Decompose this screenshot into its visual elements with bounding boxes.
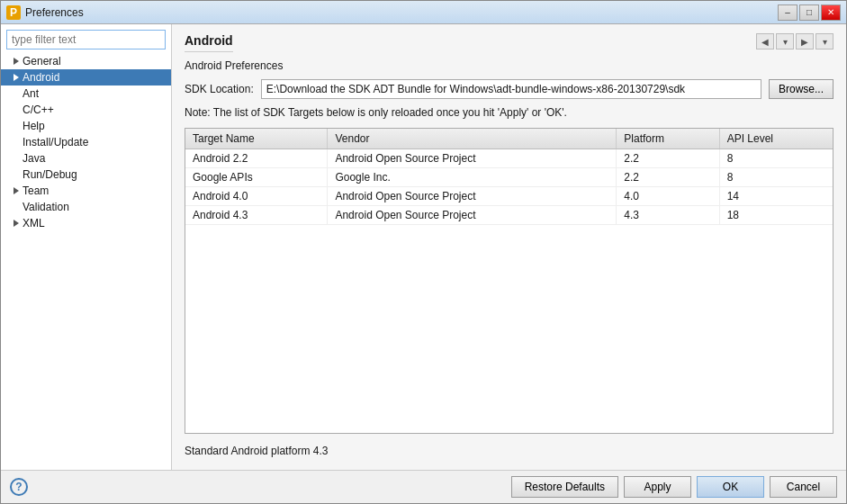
sidebar-item-label: Team bbox=[23, 184, 49, 197]
col-platform: Platform bbox=[617, 129, 719, 149]
arrow-icon bbox=[14, 187, 19, 194]
sidebar-item-label: Ant bbox=[23, 87, 39, 100]
bottom-bar: ? Restore Defaults Apply OK Cancel bbox=[1, 470, 846, 503]
window-title: Preferences bbox=[25, 6, 773, 19]
table-row[interactable]: Android 4.0Android Open Source Project4.… bbox=[185, 187, 833, 206]
cell-vendor: Android Open Source Project bbox=[328, 206, 617, 225]
table-row[interactable]: Google APIsGoogle Inc.2.28 bbox=[185, 168, 833, 187]
cell-name: Android 4.3 bbox=[185, 206, 328, 225]
maximize-button[interactable]: □ bbox=[799, 4, 819, 21]
nav-arrows: ◀ ▾ ▶ ▾ bbox=[756, 33, 833, 50]
apply-button[interactable]: Apply bbox=[624, 476, 691, 498]
cell-platform: 2.2 bbox=[617, 149, 719, 168]
note-text: Note: The list of SDK Targets below is o… bbox=[185, 106, 833, 119]
cell-api: 18 bbox=[719, 206, 833, 225]
panel-top: Android ◀ ▾ ▶ ▾ bbox=[185, 33, 833, 59]
sidebar-item-java[interactable]: Java bbox=[1, 150, 171, 166]
sidebar-item-ant[interactable]: Ant bbox=[1, 86, 171, 102]
sidebar-item-label: Help bbox=[23, 120, 45, 132]
sidebar-item-install-update[interactable]: Install/Update bbox=[1, 134, 171, 150]
cell-platform: 2.2 bbox=[617, 168, 719, 187]
section-label: Android Preferences bbox=[185, 59, 833, 72]
targets-table-container: Target Name Vendor Platform API Level An… bbox=[185, 128, 833, 434]
col-api-level: API Level bbox=[719, 129, 833, 149]
sidebar: General Android Ant C/C++ Help Install/U… bbox=[1, 24, 172, 470]
titlebar-buttons: – □ ✕ bbox=[778, 4, 841, 21]
cell-name: Google APIs bbox=[185, 168, 328, 187]
cell-api: 8 bbox=[719, 149, 833, 168]
sdk-location-row: SDK Location: Browse... bbox=[185, 79, 833, 99]
table-row[interactable]: Android 2.2Android Open Source Project2.… bbox=[185, 149, 833, 168]
ok-button[interactable]: OK bbox=[697, 476, 764, 498]
sidebar-item-label: Android bbox=[23, 71, 59, 84]
sidebar-item-xml[interactable]: XML bbox=[1, 215, 171, 231]
cell-vendor: Android Open Source Project bbox=[328, 149, 617, 168]
close-button[interactable]: ✕ bbox=[821, 4, 841, 21]
status-text: Standard Android platform 4.3 bbox=[185, 441, 833, 461]
restore-defaults-button[interactable]: Restore Defaults bbox=[511, 476, 618, 498]
cell-name: Android 2.2 bbox=[185, 149, 328, 168]
sidebar-item-help[interactable]: Help bbox=[1, 118, 171, 134]
cell-api: 14 bbox=[719, 187, 833, 206]
table-row[interactable]: Android 4.3Android Open Source Project4.… bbox=[185, 206, 833, 225]
sidebar-item-run-debug[interactable]: Run/Debug bbox=[1, 166, 171, 183]
sidebar-item-label: Validation bbox=[23, 201, 69, 213]
cell-platform: 4.3 bbox=[617, 206, 719, 225]
cell-vendor: Google Inc. bbox=[328, 168, 617, 187]
sidebar-item-android[interactable]: Android bbox=[1, 69, 171, 86]
sidebar-item-label: General bbox=[23, 55, 61, 68]
dropdown-button2[interactable]: ▾ bbox=[815, 33, 833, 50]
cell-api: 8 bbox=[719, 168, 833, 187]
sdk-path-input[interactable] bbox=[261, 79, 761, 99]
help-button[interactable]: ? bbox=[10, 478, 28, 496]
targets-table: Target Name Vendor Platform API Level An… bbox=[185, 129, 833, 225]
sdk-label: SDK Location: bbox=[185, 83, 254, 95]
minimize-button[interactable]: – bbox=[778, 4, 797, 21]
cell-platform: 4.0 bbox=[617, 187, 719, 206]
dropdown-button[interactable]: ▾ bbox=[776, 33, 794, 50]
arrow-icon bbox=[14, 74, 19, 81]
main-content: General Android Ant C/C++ Help Install/U… bbox=[1, 24, 846, 470]
sidebar-item-label: C/C++ bbox=[23, 104, 54, 116]
sidebar-item-general[interactable]: General bbox=[1, 53, 171, 69]
titlebar: P Preferences – □ ✕ bbox=[1, 1, 846, 24]
preferences-window: P Preferences – □ ✕ General Android Ant bbox=[0, 0, 847, 504]
filter-input[interactable] bbox=[6, 30, 166, 50]
sidebar-item-label: Run/Debug bbox=[23, 168, 77, 181]
sidebar-item-label: Java bbox=[23, 152, 45, 165]
panel-title: Android bbox=[185, 33, 233, 52]
sidebar-item-label: Install/Update bbox=[23, 136, 88, 148]
cell-vendor: Android Open Source Project bbox=[328, 187, 617, 206]
window-icon: P bbox=[6, 5, 21, 20]
col-vendor: Vendor bbox=[328, 129, 617, 149]
forward-button[interactable]: ▶ bbox=[796, 33, 814, 50]
arrow-icon bbox=[14, 58, 19, 65]
browse-button[interactable]: Browse... bbox=[769, 79, 833, 99]
sidebar-item-team[interactable]: Team bbox=[1, 183, 171, 199]
sidebar-item-validation[interactable]: Validation bbox=[1, 199, 171, 215]
arrow-icon bbox=[14, 220, 19, 227]
back-button[interactable]: ◀ bbox=[756, 33, 774, 50]
content-panel: Android ◀ ▾ ▶ ▾ Android Preferences SDK … bbox=[172, 24, 846, 470]
cell-name: Android 4.0 bbox=[185, 187, 328, 206]
cancel-button[interactable]: Cancel bbox=[770, 476, 837, 498]
table-header-row: Target Name Vendor Platform API Level bbox=[185, 129, 833, 149]
col-target-name: Target Name bbox=[185, 129, 328, 149]
sidebar-item-label: XML bbox=[23, 217, 45, 230]
help-icon-container: ? bbox=[10, 478, 506, 496]
sidebar-item-cpp[interactable]: C/C++ bbox=[1, 102, 171, 118]
